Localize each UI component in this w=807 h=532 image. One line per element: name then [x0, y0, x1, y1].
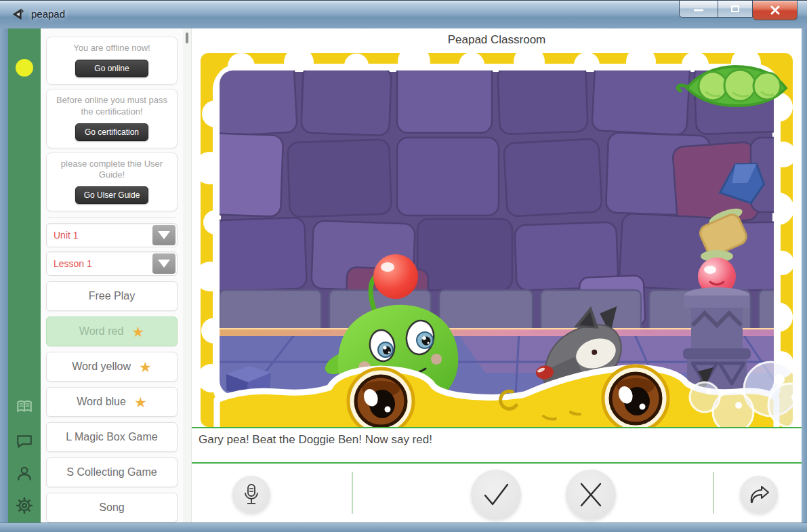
- minimize-button[interactable]: [679, 1, 718, 18]
- forward-arrow-icon: [748, 485, 770, 504]
- unit-dropdown[interactable]: Unit 1: [46, 223, 178, 247]
- lesson-label: S Collecting Game: [66, 466, 157, 478]
- window-border-right: [802, 28, 807, 523]
- scrollbar-thumb[interactable]: [186, 33, 188, 43]
- lesson-item-word-yellow[interactable]: Word yellow ★: [46, 352, 178, 382]
- left-panel: You are offline now! Go online Before on…: [41, 28, 183, 523]
- microphone-button[interactable]: [232, 476, 270, 514]
- lesson-dropdown[interactable]: Lesson 1: [46, 251, 178, 276]
- lesson-label: Song: [99, 502, 124, 514]
- control-divider: [713, 472, 714, 514]
- gear-icon[interactable]: [16, 497, 33, 514]
- user-guide-message: please complete thie User Guide!: [49, 159, 174, 181]
- minimize-icon: [694, 5, 703, 12]
- lesson-item-free-play[interactable]: Free Play: [46, 281, 178, 311]
- chevron-down-icon: [158, 231, 170, 239]
- window-border-bottom: [0, 523, 807, 532]
- subtitle-bar: Gary pea! Beat the Doggie Ben! Now say r…: [192, 427, 802, 464]
- cross-icon: [577, 481, 604, 508]
- lesson-item-collecting-game[interactable]: S Collecting Game: [46, 457, 178, 487]
- confirm-button[interactable]: [471, 470, 521, 520]
- app-window: peapad: [0, 0, 807, 532]
- offline-card: You are offline now! Go online: [46, 37, 178, 85]
- chevron-down-icon: [158, 260, 170, 268]
- book-icon[interactable]: [16, 398, 33, 416]
- window-title: peapad: [31, 8, 65, 20]
- lesson-item-word-blue[interactable]: Word blue ★: [46, 387, 178, 417]
- game-scene[interactable]: [201, 53, 793, 427]
- main-area: Peapad Classroom: [192, 28, 802, 523]
- unity-logo-icon: [11, 7, 26, 22]
- checkmark-icon: [481, 482, 511, 508]
- control-divider: [352, 472, 353, 514]
- lesson-dropdown-value: Lesson 1: [54, 258, 92, 269]
- lesson-item-song[interactable]: Song: [46, 493, 178, 523]
- go-online-button[interactable]: Go online: [75, 60, 148, 77]
- window-border-left: [0, 28, 8, 523]
- chat-icon[interactable]: [16, 432, 33, 450]
- go-certification-button[interactable]: Go certification: [75, 123, 148, 141]
- lesson-label: Free Play: [89, 290, 135, 302]
- maximize-icon: [730, 5, 740, 13]
- unit-dropdown-value: Unit 1: [54, 230, 79, 241]
- reject-button[interactable]: [566, 470, 616, 520]
- star-icon: ★: [134, 395, 147, 409]
- unit-dropdown-button[interactable]: [152, 225, 175, 245]
- certification-card: Before online you must pass the certific…: [46, 89, 178, 148]
- status-dot: [16, 59, 33, 77]
- lesson-item-magic-box-game[interactable]: L Magic Box Game: [46, 422, 178, 452]
- cart-eye-right: [603, 366, 668, 427]
- lesson-label: Word yellow: [72, 361, 131, 373]
- offline-message: You are offline now!: [49, 43, 174, 54]
- star-icon: ★: [139, 360, 152, 374]
- close-icon: [770, 5, 781, 15]
- cart-eye-left: [348, 369, 413, 427]
- panel-divider: [183, 28, 192, 523]
- close-button[interactable]: [753, 1, 798, 20]
- subtitle-text: Gary pea! Beat the Doggie Ben! Now say r…: [192, 428, 802, 447]
- panel-separator: [47, 217, 176, 218]
- sidebar: [8, 28, 41, 523]
- lesson-item-word-red[interactable]: Word red ★: [46, 316, 178, 346]
- lesson-label: Word blue: [77, 396, 126, 408]
- user-guide-card: please complete thie User Guide! Go Ulse…: [46, 152, 178, 212]
- certification-message: Before online you must pass the certific…: [49, 95, 174, 117]
- title-bar[interactable]: peapad: [0, 0, 807, 28]
- forward-button[interactable]: [740, 476, 778, 514]
- red-ball: [373, 254, 418, 299]
- lesson-label: L Magic Box Game: [66, 431, 157, 443]
- go-user-guide-button[interactable]: Go Ulser Guide: [75, 186, 149, 204]
- control-bar: [192, 465, 802, 523]
- lesson-dropdown-button[interactable]: [152, 253, 175, 274]
- microphone-icon: [243, 484, 260, 506]
- lesson-label: Word red: [79, 325, 124, 337]
- maximize-button[interactable]: [718, 1, 753, 18]
- page-title: Peapad Classroom: [192, 33, 802, 47]
- star-icon: ★: [131, 325, 144, 339]
- person-icon[interactable]: [16, 465, 33, 483]
